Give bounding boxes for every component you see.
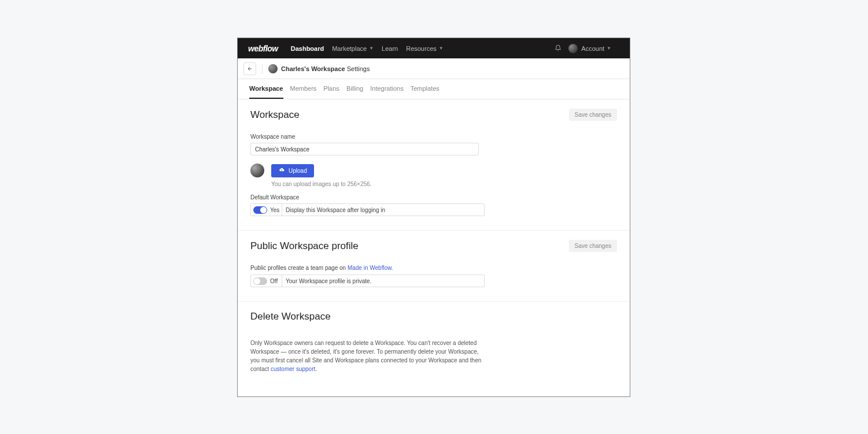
toggle-state: Off	[270, 278, 280, 284]
cloud-upload-icon	[278, 168, 285, 173]
public-profile-desc: Public profiles create a team page on Ma…	[250, 265, 617, 271]
toggle-state: Yes	[270, 207, 280, 213]
public-profile-toggle[interactable]	[253, 277, 267, 285]
avatar	[568, 44, 578, 53]
nav-marketplace-label: Marketplace	[332, 45, 367, 52]
workspace-avatar	[250, 164, 264, 177]
arrow-left-icon	[247, 66, 253, 72]
public-profile-toggle-row: Off Your Workspace profile is private.	[250, 275, 485, 287]
chevron-down-icon: ▼	[369, 46, 374, 51]
nav-resources-label: Resources	[406, 45, 437, 52]
chevron-down-icon: ▼	[607, 46, 611, 51]
workspace-name: Charles's Workspace	[281, 65, 345, 72]
nav-resources[interactable]: Resources▼	[406, 45, 444, 52]
divider	[262, 64, 263, 74]
section-delete: Delete Workspace Only Workspace owners c…	[238, 302, 630, 387]
top-nav: webflow Dashboard Marketplace▼ Learn Res…	[238, 38, 630, 58]
tab-plans[interactable]: Plans	[323, 79, 339, 99]
toggle-desc: Display this Workspace after logging in	[286, 207, 385, 213]
workspace-name-label: Workspace name	[250, 133, 617, 140]
default-workspace-label: Default Workspace	[250, 194, 617, 201]
workspace-icon	[268, 64, 278, 73]
nav-account-label: Account	[581, 45, 604, 52]
bell-icon[interactable]	[555, 44, 562, 53]
section-workspace: Workspace Save changes Workspace name Up…	[238, 99, 630, 231]
desc-prefix: Public profiles create a team page on	[250, 265, 348, 271]
app-window: webflow Dashboard Marketplace▼ Learn Res…	[237, 38, 630, 397]
upload-hint: You can upload images up to 256×256.	[271, 181, 617, 187]
back-button[interactable]	[243, 62, 256, 75]
upload-label: Upload	[289, 168, 307, 174]
made-in-webflow-link[interactable]: Made in Webflow.	[348, 265, 393, 271]
nav-marketplace[interactable]: Marketplace▼	[332, 45, 374, 52]
tab-templates[interactable]: Templates	[411, 79, 439, 99]
workspace-name-input[interactable]	[250, 143, 479, 155]
save-button[interactable]: Save changes	[569, 109, 617, 121]
default-workspace-toggle[interactable]	[253, 206, 267, 214]
delete-desc: Only Workspace owners can request to del…	[250, 339, 482, 373]
default-workspace-toggle-row: Yes Display this Workspace after logging…	[250, 203, 485, 216]
logo: webflow	[248, 44, 278, 53]
tab-members[interactable]: Members	[290, 79, 317, 99]
nav-learn[interactable]: Learn	[382, 45, 398, 52]
tab-billing[interactable]: Billing	[346, 79, 363, 99]
tabs: Workspace Members Plans Billing Integrat…	[238, 79, 630, 99]
nav-dashboard[interactable]: Dashboard	[291, 45, 324, 52]
breadcrumb-suffix: Settings	[347, 65, 370, 72]
upload-button[interactable]: Upload	[271, 164, 314, 177]
save-button[interactable]: Save changes	[569, 240, 617, 252]
content: Workspace Save changes Workspace name Up…	[238, 99, 630, 387]
toggle-desc: Your Workspace profile is private.	[286, 278, 371, 284]
nav-account[interactable]: Account▼	[581, 45, 611, 52]
section-title: Workspace	[250, 109, 300, 121]
section-title: Public Workspace profile	[250, 240, 359, 252]
tab-integrations[interactable]: Integrations	[370, 79, 403, 99]
breadcrumb: Charles's Workspace Settings	[238, 58, 630, 79]
delete-suffix: .	[315, 366, 317, 372]
tab-workspace[interactable]: Workspace	[249, 79, 283, 99]
section-title: Delete Workspace	[250, 311, 331, 322]
customer-support-link[interactable]: customer support	[271, 366, 315, 372]
chevron-down-icon: ▼	[439, 46, 444, 51]
section-public-profile: Public Workspace profile Save changes Pu…	[238, 231, 630, 302]
breadcrumb-text: Charles's Workspace Settings	[281, 65, 370, 72]
